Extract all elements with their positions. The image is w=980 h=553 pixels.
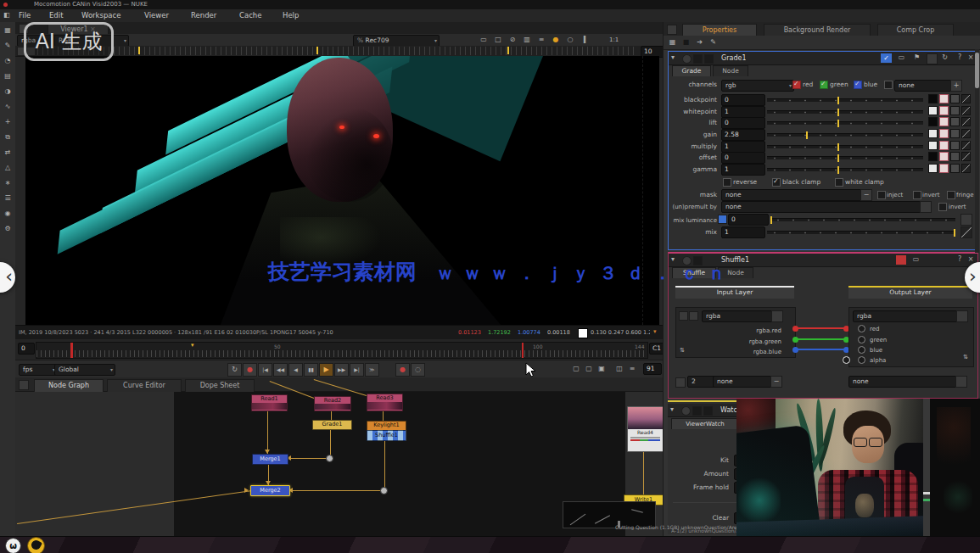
color-swatch[interactable] [928,106,938,115]
gamma-swatches[interactable] [928,164,976,173]
brush-icon[interactable]: ✎ [708,37,719,47]
views-icon[interactable]: ◉ [0,209,15,219]
blackpoint-slider[interactable] [767,98,923,102]
blackpoint-field[interactable]: 0 [721,94,765,106]
pause-icon[interactable]: ‖ [579,35,591,45]
fold-icon[interactable]: ▾ [671,53,675,63]
layout-a-icon[interactable]: ▢ [571,364,581,374]
output2-button[interactable] [955,376,967,388]
store-checkbox-icon[interactable] [896,255,906,265]
node-merge1[interactable]: Merge1 [252,454,288,465]
color-icon[interactable]: ◑ [0,87,15,97]
zebra-icon[interactable]: ⊘ [507,35,518,45]
mix-luminance-button[interactable] [960,214,972,226]
curve-button[interactable] [961,117,971,126]
mix-field[interactable]: 1 [721,226,765,238]
color-swatch[interactable] [928,94,938,103]
playhead-marker[interactable] [70,343,73,358]
ram-icon[interactable]: ▥ [521,35,533,45]
color-swatch[interactable] [928,129,938,138]
tab-node[interactable]: Node [713,65,748,76]
tab-grade[interactable]: Grade [672,65,711,76]
lift-swatches[interactable] [928,117,976,126]
layout-b-icon[interactable]: ▢ [584,364,594,374]
close-icon[interactable]: × [966,53,975,63]
input-button[interactable] [689,311,698,321]
input2-layer-dropdown[interactable]: none [713,376,779,388]
color-swatch[interactable] [928,152,938,161]
node-color-swatch[interactable] [703,406,713,416]
keyframe-diamond-icon[interactable]: ▾ [191,342,194,349]
mix-curve-button[interactable] [960,226,972,238]
lift-slider[interactable] [767,121,923,125]
gain-field[interactable]: 2.58 [721,129,765,141]
white-clamp-checkbox[interactable] [835,178,843,187]
tab-node-graph[interactable]: Node Graph [34,379,104,392]
alpha-checkbox[interactable] [884,81,893,89]
help-icon[interactable]: ? [955,53,964,63]
loop-button[interactable]: ● [395,363,410,377]
input2-button[interactable] [675,377,686,388]
monitor-icon[interactable]: ▭ [478,35,490,45]
mask-dropdown[interactable]: none [721,189,869,201]
tab-background-render[interactable]: Background Render [764,24,871,36]
mix-luminance-field[interactable]: 0 [728,214,769,226]
tab-dope-sheet[interactable]: Dope Sheet [185,379,255,392]
image-icon[interactable]: ▦ [0,25,15,36]
goto-start-button[interactable]: |◀ [258,363,272,377]
curve-button[interactable] [961,106,971,115]
blue-checkbox[interactable] [854,81,862,89]
mask-icon[interactable]: ○ [564,35,576,45]
deep-icon[interactable]: ☰ [0,193,15,204]
tab-properties[interactable]: Properties [682,24,757,36]
viewer-zoom-label[interactable]: 1:1 [609,36,619,43]
panel-menu-icon[interactable] [667,25,677,35]
gain-swatches[interactable] [928,129,976,138]
menu-help[interactable]: Help [283,11,299,20]
mix-luminance-slider[interactable] [770,218,955,221]
record-button[interactable]: ● [243,363,257,377]
curve-button[interactable] [961,141,971,150]
keyer-icon[interactable]: + [0,117,15,127]
gamma-field[interactable]: 1 [721,164,765,176]
input2-minus-button[interactable]: − [770,376,782,388]
curve-button[interactable] [961,152,971,161]
offset-slider[interactable] [767,156,923,159]
channel-toggle[interactable] [950,141,960,150]
menu-lines-icon[interactable]: ≡ [535,35,547,45]
list-icon[interactable]: ≡ [627,364,637,374]
output-layer-dropdown[interactable]: rgba [853,310,965,322]
channel-toggle[interactable] [950,106,960,115]
threed-icon[interactable]: △ [0,163,15,173]
tab-viewer-watch[interactable]: ViewerWatch [671,418,739,429]
channel-toggle[interactable] [950,117,960,126]
menu-file[interactable]: File [19,11,31,20]
next-keyframe-button[interactable]: ▶| [350,363,364,377]
layout-grid-icon[interactable]: ▦ [667,37,678,47]
layout-c-icon[interactable]: ▣ [596,364,607,374]
curve-button[interactable] [961,94,971,103]
menu-workspace[interactable]: Workspace [81,11,120,20]
node-color-swatch[interactable] [704,54,714,64]
channel-icon[interactable]: ▤ [0,71,15,81]
refresh-button[interactable]: ↻ [227,363,242,377]
status-chevron-icon[interactable]: ▾ [653,328,657,335]
screen-icon[interactable]: ▭ [910,254,921,265]
menu-viewer[interactable]: Viewer [144,11,169,20]
add-channel-button[interactable]: + [950,80,962,92]
blue-radio[interactable] [858,346,865,354]
color-swatch[interactable] [928,117,938,126]
alpha-dropdown[interactable]: none [894,80,959,92]
range-dropdown[interactable]: Global [54,364,115,376]
output-button[interactable] [956,310,968,322]
node-color-swatch[interactable] [681,406,691,416]
screen-icon[interactable]: ▭ [896,53,907,63]
blank-button[interactable] [927,53,938,64]
colorwheel-swatch[interactable] [939,129,949,138]
curve-button[interactable] [961,164,971,173]
menu-render[interactable]: Render [191,11,216,20]
merge-icon[interactable]: ⧉ [0,132,15,142]
node-grade[interactable]: Grade1 [312,420,352,430]
blackpoint-swatches[interactable] [928,94,976,103]
fps-dropdown[interactable]: fps [19,364,58,376]
